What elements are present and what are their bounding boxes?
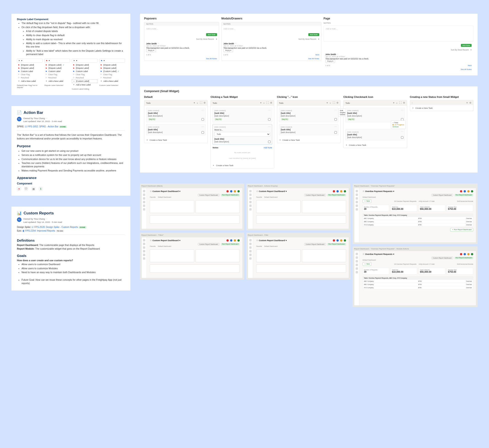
create-task-link[interactable]: ＋ Create a New Task (144, 137, 207, 143)
plus-icon[interactable]: ＋ (196, 102, 198, 105)
task-widget: Todo▾＋⛶⚙ ⋯ Edit Duplicate Delete [date c… (277, 100, 341, 143)
report-screenshot: ☆ Custom Report Dashboard ▾ Custom Repor… (248, 188, 349, 229)
status-menu: ○ Todo ◐ In Progress ● Done (391, 120, 406, 129)
task-widget: Todo▾＋⛶⚙ ⋯ [date created] [task title] [… (343, 100, 407, 148)
task-checkbox[interactable] (202, 118, 204, 121)
add-note-button[interactable]: Add Note (206, 33, 217, 36)
move-to-select[interactable]: Todo (214, 132, 270, 136)
dollar-icon[interactable]: $ (39, 187, 42, 191)
progress-icon[interactable]: ◔ (17, 187, 21, 191)
doc-icon: 📄 (17, 110, 22, 115)
task-widget: Todo▾＋⛶⚙ ⋯ [date created] [task title] [… (144, 100, 208, 143)
create-task-link[interactable]: ＋ Create a New Task (343, 142, 407, 148)
chevron-down-icon[interactable]: ▾ (194, 102, 195, 105)
add-note-button[interactable]: Add Note (461, 44, 472, 47)
reply-button[interactable]: Reply ▾ (146, 49, 156, 52)
doc-icon[interactable]: ▤ (32, 187, 35, 191)
components-panel: Component (Small Widget) Default Todo▾＋⛶… (140, 86, 478, 173)
flag-dropdown[interactable]: ⚑ ▾ (44, 58, 70, 63)
new-button[interactable]: ＋ New (363, 199, 371, 203)
notes-page: NOTES Add a note… Add Note Sort By Most … (324, 22, 473, 71)
status-badge: DONE (59, 126, 67, 128)
chart-icon: 📊 (17, 211, 22, 216)
next-link[interactable]: Next (315, 54, 319, 56)
doc-title: 📄 Action Bar (17, 110, 125, 115)
close-icon[interactable]: ✕ (466, 102, 468, 104)
reply-button[interactable]: Reply ▾ (223, 49, 233, 52)
report-screenshot: ☆ Custom Report Dashboard ▾ Custom Repor… (141, 237, 243, 278)
action-bar-icons: ◔ ⓘ ▤ $ (17, 187, 125, 191)
gear-icon[interactable]: ⚙ (204, 102, 206, 105)
expand-icon[interactable]: ⛶ (200, 102, 202, 105)
flag-icon: ⚑ (46, 60, 48, 62)
status-inprogress[interactable]: ◐ In Progress (392, 124, 404, 126)
run-report-button[interactable]: Run Report Dashboard (221, 194, 240, 196)
flag-icon: ⚑ (18, 60, 20, 62)
spike-link[interactable]: ☑ FPS-1652: SPIKE - Action Bar (25, 125, 58, 128)
create-task-link[interactable]: ＋ Create a New Task (410, 105, 473, 111)
custom-reports-panel: 📊 Custom Reports TC Owned by Tina Chang … (11, 207, 130, 290)
info-icon[interactable]: ⓘ (24, 187, 28, 191)
notes-input[interactable]: Add a note… (222, 26, 321, 32)
see-all-link[interactable]: See All Notes (206, 58, 217, 60)
see-all-link[interactable]: See All Notes (308, 58, 319, 60)
flag-icon: ⚑ (73, 60, 75, 62)
notes-modal: NOTES Add a note… Add Note Sort By Most … (221, 22, 321, 61)
dispute-examples: ⚑ ▾ ⚑[Dispute Label] ⚑[Dispute Label] ⚑C… (17, 58, 125, 90)
task-widget: |✕⚙ ＋ Create a New Task (410, 100, 473, 111)
task-checkbox[interactable] (202, 131, 204, 134)
see-all-link[interactable]: See All Notes (461, 68, 472, 70)
notes-panel: Popovers NOTES Add a note… Add Note Sort… (140, 14, 478, 75)
status-done[interactable]: ● Done (392, 126, 404, 128)
task-widget: Todo▾＋⛶⚙ ⋯ [date created] [task title] [… (211, 100, 274, 168)
flag-icon: ⚑ (101, 60, 103, 62)
flag-dropdown[interactable]: ⚑ ▾ (99, 58, 125, 63)
notes-input[interactable]: Add a note… (324, 26, 473, 42)
notes-input[interactable]: Add a note… (144, 26, 219, 32)
report-screenshot: ☆ Overdue Payment Requests ▾ Custom Repo… (354, 188, 476, 243)
bullet: On click of the flag dropdown field, the… (22, 26, 125, 56)
more-icon[interactable]: ⋯ (202, 109, 204, 112)
design-spike-link[interactable]: ☑ FPS-2520: Design Spike - Custom Report… (32, 226, 78, 228)
dispute-title: Dispute Label Component: (17, 18, 125, 21)
add-note-button[interactable]: Add Note (308, 33, 319, 36)
bullet: The default flag icon is the "not in dis… (22, 22, 125, 25)
doc-title: 📊 Custom Reports (17, 211, 125, 216)
flag-dropdown[interactable]: ⚑ ▾ (17, 58, 42, 63)
add-note-link[interactable]: Add Note (263, 146, 272, 149)
flag-dropdown[interactable]: ⚑ ▾ (72, 58, 98, 63)
more-icon[interactable]: ⋯ (202, 125, 204, 128)
avatar: TC (17, 217, 22, 222)
report-screenshot: ☆ Custom Report Dashboard ▾ Custom Repor… (141, 188, 243, 229)
report-screenshot: ☆ Custom Report Dashboard ▾ Custom Repor… (248, 237, 349, 278)
reply-button[interactable]: Reply ▾ (326, 59, 335, 63)
actionbar-panel: 📄 Action Bar TC Owned by Tina Chang ··· … (11, 106, 130, 196)
next-link[interactable]: Next (468, 64, 472, 66)
create-task-link[interactable]: ＋ Create a New Task (211, 162, 274, 168)
dispute-panel: Dispute Label Component: The default fla… (11, 14, 130, 95)
status-todo[interactable]: ○ Todo (392, 122, 404, 124)
epic-link[interactable]: ◧ FPS-2254: Improved Reports (23, 230, 55, 232)
reports-gallery: Report Dashboard (Blank) ☆ Custom Report… (140, 184, 478, 307)
notes-popover: NOTES Add a note… Add Note Sort By Most … (144, 22, 219, 61)
gear-icon[interactable]: ⚙ (469, 102, 471, 104)
new-button[interactable]: ＋ New (363, 262, 371, 266)
avatar: TC (17, 117, 22, 121)
create-task-link[interactable]: ＋ Create a New Task (277, 137, 340, 143)
report-screenshot: ☆ Overdue Payment Requests ▾ Custom Repo… (354, 251, 476, 306)
